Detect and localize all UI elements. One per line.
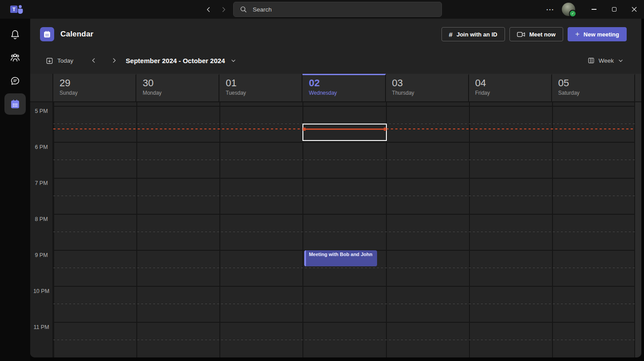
day-header-sunday[interactable]: 29Sunday bbox=[53, 74, 136, 102]
hour-line bbox=[53, 214, 635, 215]
page-title: Calendar bbox=[60, 30, 93, 39]
selected-time-slot[interactable] bbox=[302, 124, 386, 141]
calendar-toolbar: Today September 2024 - October 2024 bbox=[30, 50, 641, 71]
today-button[interactable]: Today bbox=[46, 57, 73, 64]
search-input[interactable] bbox=[252, 6, 435, 13]
time-label: 9 PM bbox=[30, 252, 52, 258]
day-column-friday[interactable] bbox=[469, 102, 552, 357]
nav-forward-button[interactable] bbox=[218, 4, 229, 15]
meet-now-button[interactable]: Meet now bbox=[509, 27, 563, 41]
sidebar-item-chat[interactable] bbox=[4, 70, 26, 92]
time-label: 7 PM bbox=[30, 180, 52, 186]
camera-icon bbox=[517, 31, 525, 38]
time-label: 6 PM bbox=[30, 144, 52, 150]
time-label: 5 PM bbox=[30, 108, 52, 114]
calendar-event[interactable]: Meeting with Bob and John bbox=[304, 250, 377, 266]
sidebar-item-activity[interactable] bbox=[4, 24, 26, 45]
day-header-cap bbox=[635, 74, 641, 102]
minimize-button[interactable] bbox=[584, 0, 604, 19]
time-label: 10 PM bbox=[30, 288, 52, 294]
close-icon bbox=[631, 6, 637, 12]
minimize-icon bbox=[592, 9, 596, 10]
day-column-thursday[interactable] bbox=[386, 102, 469, 357]
time-gutter: 5 PM6 PM7 PM8 PM9 PM10 PM11 PM bbox=[30, 102, 53, 357]
avatar[interactable] bbox=[562, 3, 575, 16]
more-options-button[interactable]: ··· bbox=[544, 3, 557, 16]
half-hour-line bbox=[53, 196, 635, 196]
join-with-id-button[interactable]: # Join with an ID bbox=[441, 27, 505, 41]
grid-vertical-line bbox=[219, 102, 220, 357]
calendar-grid: 5 PM6 PM7 PM8 PM9 PM10 PM11 PM Meeting w… bbox=[30, 102, 641, 357]
grid-vertical-line bbox=[469, 102, 470, 357]
topbar-right: ··· bbox=[544, 0, 644, 19]
today-icon bbox=[46, 57, 53, 64]
hour-line bbox=[53, 106, 635, 107]
next-week-button[interactable] bbox=[109, 55, 119, 66]
grid-columns: Meeting with Bob and John bbox=[53, 102, 635, 357]
day-header-friday[interactable]: 04Friday bbox=[469, 74, 552, 102]
grid-vertical-line bbox=[634, 102, 635, 357]
presence-available-badge bbox=[569, 10, 576, 17]
maximize-button[interactable] bbox=[604, 0, 624, 19]
day-number: 03 bbox=[392, 77, 468, 89]
hash-icon: # bbox=[449, 31, 453, 38]
search-box[interactable] bbox=[233, 2, 442, 17]
previous-week-button[interactable] bbox=[88, 55, 99, 66]
sidebar bbox=[0, 19, 30, 361]
day-column-tuesday[interactable] bbox=[219, 102, 302, 357]
half-hour-line bbox=[53, 304, 635, 304]
date-range-label: September 2024 - October 2024 bbox=[126, 57, 225, 64]
day-header-saturday[interactable]: 05Saturday bbox=[552, 74, 635, 102]
nav-back-button[interactable] bbox=[203, 4, 214, 15]
day-name: Sunday bbox=[60, 90, 135, 96]
teams-window: T ··· bbox=[0, 0, 644, 361]
time-label: 8 PM bbox=[30, 216, 52, 222]
view-label: Week bbox=[599, 57, 614, 64]
week-view-icon bbox=[588, 57, 595, 64]
plus-icon: + bbox=[575, 30, 580, 39]
hour-line bbox=[53, 286, 635, 287]
chevron-down-icon bbox=[618, 58, 624, 64]
date-range-button[interactable]: September 2024 - October 2024 bbox=[126, 57, 236, 64]
grid-vertical-line bbox=[552, 102, 553, 357]
day-number: 02 bbox=[309, 77, 385, 89]
day-header-gutter bbox=[30, 74, 53, 102]
week-nav bbox=[88, 55, 119, 66]
day-name: Tuesday bbox=[226, 90, 302, 96]
main-panel: Calendar # Join with an ID Meet now + Ne… bbox=[30, 19, 641, 357]
header-actions: # Join with an ID Meet now + New meeting bbox=[441, 27, 627, 41]
sidebar-item-teams[interactable] bbox=[4, 47, 26, 68]
scrollbar-gutter[interactable] bbox=[635, 102, 641, 357]
day-column-sunday[interactable] bbox=[53, 102, 136, 357]
day-header-thursday[interactable]: 03Thursday bbox=[386, 74, 469, 102]
new-meeting-button[interactable]: + New meeting bbox=[568, 27, 627, 41]
day-name: Thursday bbox=[392, 90, 468, 96]
day-header-monday[interactable]: 30Monday bbox=[136, 74, 219, 102]
today-label: Today bbox=[57, 57, 73, 64]
chevron-right-icon bbox=[111, 57, 117, 64]
day-header-tuesday[interactable]: 01Tuesday bbox=[219, 74, 302, 102]
day-column-monday[interactable] bbox=[136, 102, 219, 357]
day-column-saturday[interactable] bbox=[552, 102, 635, 357]
day-number: 01 bbox=[226, 77, 302, 89]
view-switcher-button[interactable]: Week bbox=[588, 57, 624, 64]
day-number: 29 bbox=[60, 77, 135, 89]
current-time-line bbox=[303, 128, 386, 130]
day-number: 05 bbox=[558, 77, 634, 89]
chevron-down-icon bbox=[231, 58, 236, 64]
sidebar-item-calendar[interactable] bbox=[4, 93, 26, 115]
more-icon: ··· bbox=[546, 6, 554, 13]
maximize-icon bbox=[612, 7, 616, 12]
search-icon bbox=[240, 6, 247, 13]
half-hour-line bbox=[53, 160, 635, 160]
close-button[interactable] bbox=[624, 0, 644, 19]
chevron-left-icon bbox=[205, 6, 212, 13]
grid-vertical-line bbox=[136, 102, 137, 357]
event-title: Meeting with Bob and John bbox=[309, 252, 374, 257]
half-hour-line bbox=[53, 232, 635, 232]
day-header-wednesday[interactable]: 02Wednesday bbox=[302, 74, 386, 102]
half-hour-line bbox=[53, 340, 635, 340]
calendar-app-icon bbox=[40, 27, 54, 41]
bell-icon bbox=[9, 29, 21, 40]
day-number: 04 bbox=[475, 77, 551, 89]
